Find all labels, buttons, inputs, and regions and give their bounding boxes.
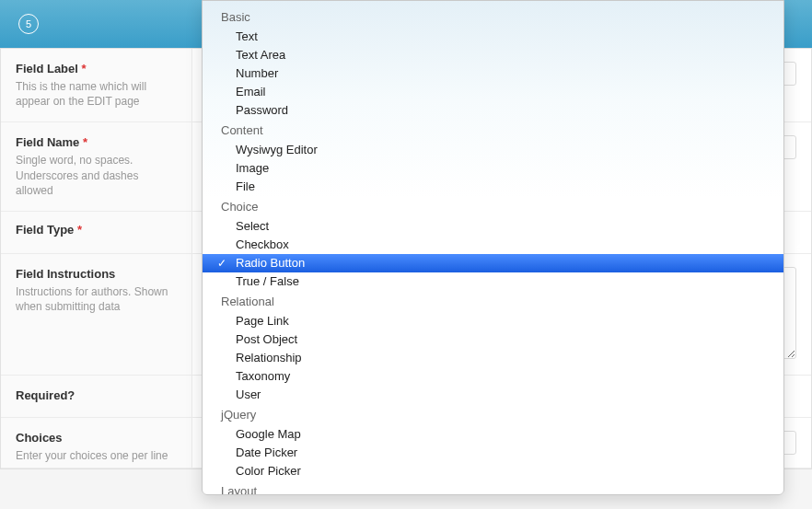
label-col: Field Type * bbox=[1, 212, 192, 253]
dropdown-option[interactable]: Text Area bbox=[203, 46, 783, 64]
optgroup-label: Basic bbox=[203, 6, 783, 28]
label-col: Required? bbox=[1, 376, 192, 417]
title-text: Choices bbox=[16, 431, 63, 445]
dropdown-option[interactable]: True / False bbox=[203, 272, 783, 291]
step-number: 5 bbox=[26, 18, 31, 29]
label-desc: Instructions for authors. Shown when sub… bbox=[16, 284, 177, 314]
title-text: Field Instructions bbox=[16, 267, 115, 281]
required-star: * bbox=[83, 135, 87, 149]
dropdown-option[interactable]: Image bbox=[203, 159, 783, 178]
optgroup-label: Choice bbox=[203, 196, 783, 217]
label-desc: Single word, no spaces. Underscores and … bbox=[16, 153, 177, 198]
dropdown-option[interactable]: Relationship bbox=[203, 349, 783, 367]
title-text: Field Name bbox=[16, 135, 79, 149]
dropdown-option[interactable]: Password bbox=[203, 101, 783, 120]
dropdown-option[interactable]: Checkbox bbox=[203, 236, 783, 254]
title-text: Field Label bbox=[16, 62, 78, 75]
label-title: Field Label * bbox=[16, 62, 177, 75]
dropdown-option[interactable]: Post Object bbox=[203, 330, 783, 349]
dropdown-option[interactable]: Wysiwyg Editor bbox=[203, 141, 783, 159]
required-star: * bbox=[77, 223, 82, 237]
title-text: Required? bbox=[16, 388, 75, 402]
dropdown-option[interactable]: Number bbox=[203, 64, 783, 83]
label-col: Choices Enter your choices one per line bbox=[1, 418, 192, 468]
label-title: Choices bbox=[16, 431, 177, 445]
optgroup-label: Content bbox=[203, 120, 783, 141]
optgroup-label: Layout bbox=[203, 480, 783, 495]
label-title: Required? bbox=[16, 388, 177, 402]
dropdown-option[interactable]: Color Picker bbox=[203, 462, 783, 480]
dropdown-option[interactable]: Radio Button bbox=[203, 254, 783, 272]
dropdown-option[interactable]: Date Picker bbox=[203, 444, 783, 462]
label-title: Field Name * bbox=[16, 135, 177, 149]
label-desc: Enter your choices one per line bbox=[16, 448, 177, 463]
label-col: Field Name * Single word, no spaces. Und… bbox=[1, 122, 192, 211]
label-title: Field Type * bbox=[16, 223, 177, 237]
optgroup-label: Relational bbox=[203, 291, 783, 312]
label-col: Field Label * This is the name which wil… bbox=[1, 49, 192, 121]
label-col: Field Instructions Instructions for auth… bbox=[1, 254, 192, 375]
dropdown-option[interactable]: File bbox=[203, 178, 783, 196]
label-title: Field Instructions bbox=[16, 267, 177, 281]
dropdown-option[interactable]: Text bbox=[203, 28, 783, 46]
dropdown-option[interactable]: Google Map bbox=[203, 425, 783, 444]
label-desc: This is the name which will appear on th… bbox=[16, 79, 177, 109]
required-star: * bbox=[82, 62, 87, 75]
step-number-badge: 5 bbox=[18, 14, 39, 34]
optgroup-label: jQuery bbox=[203, 404, 783, 425]
dropdown-option[interactable]: Email bbox=[203, 83, 783, 101]
field-type-dropdown[interactable]: BasicTextText AreaNumberEmailPasswordCon… bbox=[202, 0, 784, 495]
dropdown-option[interactable]: Taxonomy bbox=[203, 367, 783, 386]
dropdown-option[interactable]: Select bbox=[203, 217, 783, 236]
dropdown-option[interactable]: User bbox=[203, 386, 783, 404]
title-text: Field Type bbox=[16, 223, 74, 237]
dropdown-option[interactable]: Page Link bbox=[203, 312, 783, 330]
